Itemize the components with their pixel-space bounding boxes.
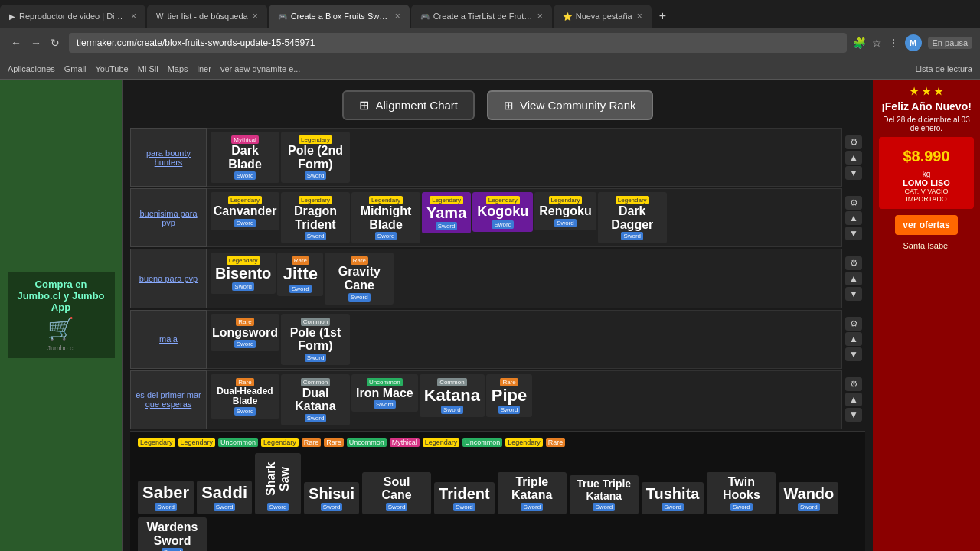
bookmark-maps[interactable]: Maps [168, 64, 188, 73]
kat-type: Sword [441, 406, 463, 414]
unranked-wando[interactable]: Wando Sword [779, 482, 838, 514]
grid-icon: ⊞ [359, 98, 369, 112]
forward-button[interactable]: → [28, 35, 44, 51]
im-rarity: Uncommon [367, 378, 403, 386]
dd-type: Sword [621, 232, 643, 240]
tier1-settings[interactable]: ⚙ [845, 135, 862, 149]
item-katana[interactable]: Common Katana Sword [420, 374, 485, 417]
tab-disney[interactable]: ▶ Reproductor de video | Disney+ × [0, 5, 145, 28]
unranked-saber[interactable]: Saber Sword [138, 481, 194, 514]
profile-button[interactable]: M [905, 34, 922, 51]
bookmark-apps[interactable]: Aplicaciones [8, 64, 55, 73]
item-dark-dagger[interactable]: Legendary Dark Dagger Sword [598, 192, 667, 243]
tushita-name: Tushita [646, 485, 700, 502]
item-dark-blade[interactable]: Mythical Dark Blade Sword [211, 132, 279, 183]
item-yama[interactable]: Legendary Yama Sword [422, 192, 471, 233]
tab-label-blox: Create a Blox Fruits Swords (upo... [291, 11, 390, 21]
tier4-settings[interactable]: ⚙ [845, 317, 862, 331]
tier3-down[interactable]: ▼ [845, 287, 862, 301]
tab-close-new[interactable]: × [637, 11, 642, 21]
item-canvander[interactable]: Legendary Canvander Sword [211, 192, 279, 230]
reading-list-button[interactable]: Lista de lectura [915, 64, 972, 73]
item-gravity-cane[interactable]: Rare Gravity Cane Sword [325, 253, 394, 304]
bookmark-iner[interactable]: iner [198, 64, 211, 73]
tier2-settings[interactable]: ⚙ [845, 196, 862, 210]
item-pole-2nd[interactable]: Legendary Pole (2nd Form) Sword [281, 132, 350, 183]
alignment-chart-button[interactable]: ⊞ Alignment Chart [342, 90, 475, 120]
unranked-trident[interactable]: Trident Sword [434, 482, 495, 514]
tab-close-tierlist[interactable]: × [253, 11, 258, 21]
tier3-up[interactable]: ▲ [845, 272, 862, 285]
tab-frutas[interactable]: 🎮 Create a TierList de Frutas (Blox ... … [411, 5, 552, 28]
community-rank-button[interactable]: ⊞ View Community Rank [487, 90, 652, 120]
item-midnight-blade[interactable]: Legendary Midnight Blade Sword [351, 192, 420, 243]
unranked-saddi[interactable]: Saddi Sword [197, 481, 252, 514]
item-pipe[interactable]: Rare Pipe Sword [486, 374, 532, 417]
wando-type: Sword [798, 503, 820, 511]
bookmark-aew[interactable]: ver aew dynamite e... [220, 64, 301, 73]
extensions-icon[interactable]: 🧩 [853, 37, 866, 49]
tier5-down[interactable]: ▼ [845, 408, 862, 422]
tab-close-frutas[interactable]: × [537, 11, 543, 21]
item-jitte[interactable]: Rare Jitte Sword [277, 253, 323, 295]
tier-controls-5: ⚙ ▲ ▼ [842, 370, 865, 429]
tier5-up[interactable]: ▲ [845, 393, 862, 406]
item-dual-katana[interactable]: Common Dual Katana Sword [281, 374, 350, 425]
unranked-true-triple[interactable]: True Triple Katana Sword [570, 475, 639, 514]
soul-type: Sword [386, 503, 408, 511]
tab-blox-fruits[interactable]: 🎮 Create a Blox Fruits Swords (upo... × [269, 5, 410, 28]
sharksaw-type: Sword [267, 503, 289, 511]
new-tab-button[interactable]: + [653, 9, 672, 23]
bookmark-gmail[interactable]: Gmail [64, 64, 87, 73]
ls-rarity: Rare [236, 318, 253, 326]
tier-label-link-1[interactable]: para bounty hunters [136, 148, 201, 167]
item-bisento[interactable]: Legendary Bisento Sword [211, 253, 276, 294]
tier-label-link-3[interactable]: buena para pvp [139, 274, 198, 283]
tier2-up[interactable]: ▲ [845, 211, 862, 225]
tier-label-link-5[interactable]: es del primer mar que esperas [136, 390, 201, 409]
unranked-shark-saw[interactable]: Shark Saw Sword [255, 453, 301, 514]
bookmark-icon[interactable]: ☆ [872, 37, 882, 49]
unranked-soul-cane[interactable]: Soul Cane Sword [362, 472, 431, 514]
unranked-wardens-sword[interactable]: Wardens Sword Sword [138, 517, 207, 551]
mb-name: Midnight Blade [356, 204, 416, 231]
triple-name: Triple Katana [502, 475, 562, 502]
left-ad-title: Compra en Jumbo.cl y Jumbo App [14, 279, 109, 313]
unranked-twin-hooks[interactable]: Twin Hooks Sword [707, 472, 776, 514]
tab-close-disney[interactable]: × [131, 11, 136, 21]
tab-tierlist[interactable]: W tier list - de búsqueda × [147, 5, 267, 28]
tier-label-link-2[interactable]: buenisima para pvp [136, 209, 201, 227]
settings-icon[interactable]: ⋮ [888, 37, 899, 49]
pause-button[interactable]: En pausa [928, 37, 972, 49]
tier4-down[interactable]: ▼ [845, 347, 862, 361]
bookmark-youtube[interactable]: YouTube [96, 64, 129, 73]
saddi-type: Sword [214, 503, 236, 511]
tier1-down[interactable]: ▼ [845, 166, 862, 180]
back-button[interactable]: ← [8, 35, 24, 51]
ttk-type: Sword [593, 503, 615, 511]
tab-close-blox[interactable]: × [395, 11, 400, 21]
tier1-up[interactable]: ▲ [845, 151, 862, 165]
item-iron-mace[interactable]: Uncommon Iron Mace Sword [351, 374, 418, 412]
tier-label-link-4[interactable]: mala [159, 334, 178, 344]
tier3-settings[interactable]: ⚙ [845, 256, 862, 270]
tier2-down[interactable]: ▼ [845, 227, 862, 240]
refresh-button[interactable]: ↻ [47, 35, 63, 51]
item-dragon-trident[interactable]: Legendary Dragon Trident Sword [281, 192, 350, 243]
item-rengoku[interactable]: Legendary Rengoku Sword [534, 192, 596, 230]
item-longsword[interactable]: Rare Longsword Sword [211, 314, 279, 352]
item-kogoku[interactable]: Legendary Kogoku Sword [472, 192, 533, 232]
item-dual-headed[interactable]: Rare Dual-Headed Blade Sword [211, 374, 279, 419]
bookmark-misi[interactable]: Mi Sii [138, 64, 158, 73]
tier-controls-1: ⚙ ▲ ▼ [842, 128, 865, 187]
unranked-tushita[interactable]: Tushita Sword [642, 482, 704, 514]
tier4-up[interactable]: ▲ [845, 332, 862, 346]
tier5-settings[interactable]: ⚙ [845, 377, 862, 391]
item-pole-1st[interactable]: Common Pole (1st Form) Sword [281, 314, 350, 365]
right-ad-cta-button[interactable]: ver ofertas [895, 215, 957, 235]
tab-new[interactable]: ⭐ Nueva pestaña × [554, 5, 652, 28]
unranked-triple-katana[interactable]: Triple Katana Sword [498, 472, 567, 514]
url-input[interactable] [69, 33, 847, 53]
twinhooks-name: Twin Hooks [711, 475, 771, 502]
unranked-shisui[interactable]: Shisui Sword [304, 482, 359, 514]
